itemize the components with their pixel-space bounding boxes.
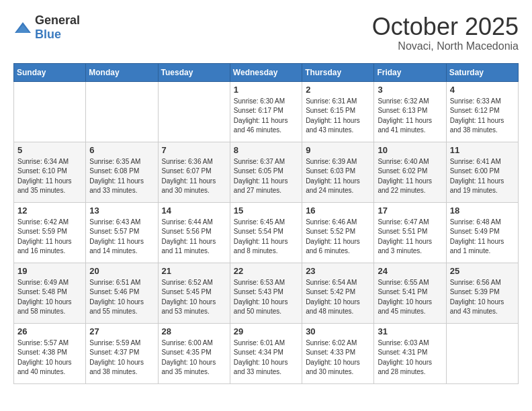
day-number: 15 <box>234 205 298 216</box>
day-number: 11 <box>450 145 515 155</box>
calendar-cell: 7Sunrise: 6:36 AM Sunset: 6:07 PM Daylig… <box>158 142 230 202</box>
month-title: October 2025 <box>372 13 519 40</box>
cell-info: Sunrise: 6:00 AM Sunset: 4:35 PM Dayligh… <box>162 338 226 377</box>
cell-info: Sunrise: 6:37 AM Sunset: 6:05 PM Dayligh… <box>234 157 298 196</box>
day-number: 8 <box>234 145 298 155</box>
cell-info: Sunrise: 6:02 AM Sunset: 4:33 PM Dayligh… <box>306 338 370 377</box>
day-number: 1 <box>234 85 298 95</box>
calendar-cell <box>446 323 518 383</box>
day-number: 3 <box>378 85 442 95</box>
calendar-body: 1Sunrise: 6:30 AM Sunset: 6:17 PM Daylig… <box>14 81 519 383</box>
calendar-cell: 16Sunrise: 6:46 AM Sunset: 5:52 PM Dayli… <box>302 202 374 263</box>
cell-info: Sunrise: 6:46 AM Sunset: 5:52 PM Dayligh… <box>306 218 370 257</box>
calendar-cell: 14Sunrise: 6:44 AM Sunset: 5:56 PM Dayli… <box>158 202 230 263</box>
cell-info: Sunrise: 6:30 AM Sunset: 6:17 PM Dayligh… <box>234 97 298 136</box>
day-number: 30 <box>306 326 370 336</box>
calendar-cell: 6Sunrise: 6:35 AM Sunset: 6:08 PM Daylig… <box>86 142 158 202</box>
calendar-cell: 20Sunrise: 6:51 AM Sunset: 5:46 PM Dayli… <box>86 263 158 323</box>
cell-info: Sunrise: 6:56 AM Sunset: 5:39 PM Dayligh… <box>450 278 515 317</box>
calendar-cell: 9Sunrise: 6:39 AM Sunset: 6:03 PM Daylig… <box>302 142 374 202</box>
header-row: SundayMondayTuesdayWednesdayThursdayFrid… <box>14 63 519 81</box>
day-header-tuesday: Tuesday <box>158 63 230 81</box>
calendar-cell: 25Sunrise: 6:56 AM Sunset: 5:39 PM Dayli… <box>446 263 518 323</box>
day-number: 7 <box>162 145 226 155</box>
cell-info: Sunrise: 6:43 AM Sunset: 5:57 PM Dayligh… <box>89 218 154 257</box>
day-number: 18 <box>450 205 515 216</box>
calendar-cell: 18Sunrise: 6:48 AM Sunset: 5:49 PM Dayli… <box>446 202 518 263</box>
cell-info: Sunrise: 6:49 AM Sunset: 5:48 PM Dayligh… <box>17 278 82 317</box>
calendar-cell: 22Sunrise: 6:53 AM Sunset: 5:43 PM Dayli… <box>230 263 302 323</box>
calendar-cell: 27Sunrise: 5:59 AM Sunset: 4:37 PM Dayli… <box>86 323 158 383</box>
calendar-cell: 24Sunrise: 6:55 AM Sunset: 5:41 PM Dayli… <box>374 263 446 323</box>
day-number: 16 <box>306 205 370 216</box>
calendar-cell: 21Sunrise: 6:52 AM Sunset: 5:45 PM Dayli… <box>158 263 230 323</box>
day-number: 13 <box>89 205 154 216</box>
cell-info: Sunrise: 6:53 AM Sunset: 5:43 PM Dayligh… <box>234 278 298 317</box>
day-number: 21 <box>162 266 226 276</box>
calendar-table: SundayMondayTuesdayWednesdayThursdayFrid… <box>13 63 519 384</box>
day-number: 23 <box>306 266 370 276</box>
page-header: General Blue October 2025 Novaci, North … <box>13 13 519 52</box>
cell-info: Sunrise: 6:52 AM Sunset: 5:45 PM Dayligh… <box>162 278 226 317</box>
calendar-cell <box>158 81 230 142</box>
cell-info: Sunrise: 6:51 AM Sunset: 5:46 PM Dayligh… <box>89 278 154 317</box>
cell-info: Sunrise: 6:47 AM Sunset: 5:51 PM Dayligh… <box>378 218 442 257</box>
calendar-cell <box>86 81 158 142</box>
day-number: 26 <box>17 326 82 336</box>
logo-general: General <box>35 13 80 27</box>
calendar-cell: 15Sunrise: 6:45 AM Sunset: 5:54 PM Dayli… <box>230 202 302 263</box>
day-header-saturday: Saturday <box>446 63 518 81</box>
cell-info: Sunrise: 6:01 AM Sunset: 4:34 PM Dayligh… <box>234 338 298 377</box>
cell-info: Sunrise: 6:33 AM Sunset: 6:12 PM Dayligh… <box>450 97 515 136</box>
cell-info: Sunrise: 6:34 AM Sunset: 6:10 PM Dayligh… <box>17 157 82 196</box>
calendar-cell: 23Sunrise: 6:54 AM Sunset: 5:42 PM Dayli… <box>302 263 374 323</box>
day-number: 20 <box>89 266 154 276</box>
week-row-1: 1Sunrise: 6:30 AM Sunset: 6:17 PM Daylig… <box>14 81 519 142</box>
calendar-cell: 17Sunrise: 6:47 AM Sunset: 5:51 PM Dayli… <box>374 202 446 263</box>
day-header-sunday: Sunday <box>14 63 86 81</box>
week-row-4: 19Sunrise: 6:49 AM Sunset: 5:48 PM Dayli… <box>14 263 519 323</box>
cell-info: Sunrise: 6:36 AM Sunset: 6:07 PM Dayligh… <box>162 157 226 196</box>
cell-info: Sunrise: 6:31 AM Sunset: 6:15 PM Dayligh… <box>306 97 370 136</box>
cell-info: Sunrise: 5:59 AM Sunset: 4:37 PM Dayligh… <box>89 338 154 377</box>
day-number: 28 <box>162 326 226 336</box>
week-row-5: 26Sunrise: 5:57 AM Sunset: 4:38 PM Dayli… <box>14 323 519 383</box>
location: Novaci, North Macedonia <box>372 40 519 52</box>
cell-info: Sunrise: 6:55 AM Sunset: 5:41 PM Dayligh… <box>378 278 442 317</box>
calendar-cell: 5Sunrise: 6:34 AM Sunset: 6:10 PM Daylig… <box>14 142 86 202</box>
cell-info: Sunrise: 5:57 AM Sunset: 4:38 PM Dayligh… <box>17 338 82 377</box>
calendar-cell <box>14 81 86 142</box>
day-number: 4 <box>450 85 515 95</box>
calendar-cell: 28Sunrise: 6:00 AM Sunset: 4:35 PM Dayli… <box>158 323 230 383</box>
day-number: 31 <box>378 326 442 336</box>
logo-icon <box>13 21 32 34</box>
day-number: 14 <box>162 205 226 216</box>
cell-info: Sunrise: 6:39 AM Sunset: 6:03 PM Dayligh… <box>306 157 370 196</box>
calendar-cell: 12Sunrise: 6:42 AM Sunset: 5:59 PM Dayli… <box>14 202 86 263</box>
cell-info: Sunrise: 6:40 AM Sunset: 6:02 PM Dayligh… <box>378 157 442 196</box>
cell-info: Sunrise: 6:44 AM Sunset: 5:56 PM Dayligh… <box>162 218 226 257</box>
cell-info: Sunrise: 6:41 AM Sunset: 6:00 PM Dayligh… <box>450 157 515 196</box>
week-row-2: 5Sunrise: 6:34 AM Sunset: 6:10 PM Daylig… <box>14 142 519 202</box>
calendar-cell: 26Sunrise: 5:57 AM Sunset: 4:38 PM Dayli… <box>14 323 86 383</box>
day-number: 2 <box>306 85 370 95</box>
calendar-cell: 8Sunrise: 6:37 AM Sunset: 6:05 PM Daylig… <box>230 142 302 202</box>
calendar-cell: 4Sunrise: 6:33 AM Sunset: 6:12 PM Daylig… <box>446 81 518 142</box>
cell-info: Sunrise: 6:32 AM Sunset: 6:13 PM Dayligh… <box>378 97 442 136</box>
logo-text: General Blue <box>35 13 80 42</box>
day-header-friday: Friday <box>374 63 446 81</box>
title-block: October 2025 Novaci, North Macedonia <box>372 13 519 52</box>
day-number: 22 <box>234 266 298 276</box>
calendar-cell: 1Sunrise: 6:30 AM Sunset: 6:17 PM Daylig… <box>230 81 302 142</box>
day-header-wednesday: Wednesday <box>230 63 302 81</box>
day-number: 25 <box>450 266 515 276</box>
calendar-cell: 2Sunrise: 6:31 AM Sunset: 6:15 PM Daylig… <box>302 81 374 142</box>
calendar-cell: 19Sunrise: 6:49 AM Sunset: 5:48 PM Dayli… <box>14 263 86 323</box>
cell-info: Sunrise: 6:35 AM Sunset: 6:08 PM Dayligh… <box>89 157 154 196</box>
day-number: 9 <box>306 145 370 155</box>
calendar-cell: 11Sunrise: 6:41 AM Sunset: 6:00 PM Dayli… <box>446 142 518 202</box>
calendar-cell: 30Sunrise: 6:02 AM Sunset: 4:33 PM Dayli… <box>302 323 374 383</box>
calendar-cell: 29Sunrise: 6:01 AM Sunset: 4:34 PM Dayli… <box>230 323 302 383</box>
day-number: 5 <box>17 145 82 155</box>
week-row-3: 12Sunrise: 6:42 AM Sunset: 5:59 PM Dayli… <box>14 202 519 263</box>
